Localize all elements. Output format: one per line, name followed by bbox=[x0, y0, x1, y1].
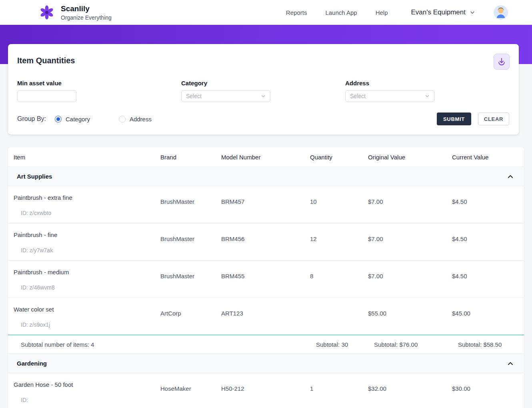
quantity-cell: 8 bbox=[310, 261, 368, 297]
chevron-down-icon bbox=[470, 10, 475, 15]
items-table: Item Brand Model Number Quantity Origina… bbox=[8, 147, 524, 408]
account-menu[interactable]: Evan's Equipment bbox=[411, 8, 476, 16]
category-label: Category bbox=[181, 80, 345, 86]
field-category: Category Select bbox=[181, 80, 345, 102]
brand-cell: BrushMaster bbox=[160, 261, 221, 297]
chevron-down-icon bbox=[425, 94, 430, 98]
table-body: Art SuppliesPaintbrush - extra fineID: z… bbox=[8, 167, 524, 408]
column-header-current-value: Current Value bbox=[452, 154, 514, 161]
table-row: Paintbrush - mediumID: z/46wvm8BrushMast… bbox=[8, 260, 524, 297]
table-row: Water color setID: z/s9ox1jArtCorpART123… bbox=[8, 297, 524, 335]
group-name: Art Supplies bbox=[17, 173, 52, 180]
subtotal-quantity: Subtotal: 30 bbox=[310, 341, 368, 348]
brand-cell: BrushMaster bbox=[160, 186, 221, 223]
brand-name: Scanlily bbox=[61, 4, 112, 13]
column-header-brand: Brand bbox=[160, 154, 221, 161]
item-cell: Water color setID: z/s9ox1j bbox=[14, 298, 160, 335]
table-header-row: Item Brand Model Number Quantity Origina… bbox=[8, 147, 524, 167]
subtotal-current-value: Subtotal: $58.50 bbox=[452, 341, 514, 348]
current-value-cell: $4.50 bbox=[452, 223, 514, 260]
item-cell: Paintbrush - mediumID: z/46wvm8 bbox=[14, 261, 160, 297]
current-value-cell: $30.00 bbox=[452, 373, 514, 408]
group-by-row: Group By: Category Address SUBMIT CLEAR bbox=[17, 113, 509, 125]
item-id: ID: bbox=[14, 397, 160, 403]
subtotal-row: Subtotal number of items: 4Subtotal: 30S… bbox=[8, 335, 524, 354]
item-cell: Paintbrush - fineID: z/y7w7ak bbox=[14, 223, 160, 260]
field-min-asset-value: Min asset value bbox=[17, 80, 181, 102]
current-value-cell: $45.00 bbox=[452, 298, 514, 335]
item-name: Paintbrush - fine bbox=[14, 231, 160, 238]
model-number-cell: H50-212 bbox=[221, 373, 310, 408]
group-name: Gardening bbox=[17, 360, 47, 367]
page-title: Item Quantities bbox=[17, 44, 509, 65]
radio-address-label: Address bbox=[130, 116, 152, 123]
original-value-cell: $7.00 bbox=[368, 223, 452, 260]
column-header-original-value: Original Value bbox=[368, 154, 452, 161]
column-header-quantity: Quantity bbox=[310, 154, 368, 161]
column-header-model-number: Model Number bbox=[221, 154, 310, 161]
scanlily-logo-icon bbox=[39, 5, 54, 20]
item-id: ID: z/s9ox1j bbox=[14, 322, 160, 328]
main-nav: Reports Launch App Help bbox=[286, 9, 388, 16]
group-by-label: Group By: bbox=[17, 115, 46, 123]
model-number-cell: BRM457 bbox=[221, 186, 310, 223]
download-icon bbox=[497, 57, 506, 66]
account-label: Evan's Equipment bbox=[411, 8, 466, 16]
address-select-placeholder: Select bbox=[350, 93, 366, 99]
filter-card: Item Quantities Min asset value Category… bbox=[8, 44, 519, 135]
model-number-cell: ART123 bbox=[221, 298, 310, 335]
nav-link-reports[interactable]: Reports bbox=[286, 9, 307, 16]
address-label: Address bbox=[345, 80, 509, 86]
clear-button[interactable]: CLEAR bbox=[478, 113, 509, 125]
quantity-cell: 10 bbox=[310, 186, 368, 223]
download-button[interactable] bbox=[494, 54, 510, 70]
table-row: Garden Hose - 50 footID:HoseMakerH50-212… bbox=[8, 373, 524, 408]
chevron-up-icon[interactable] bbox=[507, 173, 514, 180]
chevron-down-icon bbox=[261, 94, 266, 98]
min-asset-value-label: Min asset value bbox=[17, 80, 181, 86]
original-value-cell: $7.00 bbox=[368, 186, 452, 223]
item-name: Paintbrush - medium bbox=[14, 269, 160, 275]
model-number-cell: BRM456 bbox=[221, 223, 310, 260]
avatar[interactable] bbox=[494, 5, 508, 20]
item-name: Paintbrush - extra fine bbox=[14, 194, 160, 201]
nav-link-launch-app[interactable]: Launch App bbox=[325, 9, 357, 16]
item-name: Garden Hose - 50 foot bbox=[14, 381, 160, 388]
column-header-item: Item bbox=[14, 154, 160, 161]
radio-option-address[interactable]: Address bbox=[119, 116, 152, 123]
filter-fields-row: Min asset value Category Select Address … bbox=[17, 80, 509, 102]
current-value-cell: $4.50 bbox=[452, 261, 514, 297]
chevron-up-icon[interactable] bbox=[507, 360, 514, 367]
table-row: Paintbrush - fineID: z/y7w7akBrushMaster… bbox=[8, 223, 524, 260]
brand-cell: HoseMaker bbox=[160, 373, 221, 408]
group-row[interactable]: Gardening bbox=[8, 354, 524, 373]
item-cell: Paintbrush - extra fineID: z/cxwbto bbox=[14, 186, 160, 223]
brand-cell: ArtCorp bbox=[160, 298, 221, 335]
min-asset-value-input[interactable] bbox=[17, 90, 76, 102]
filter-buttons: SUBMIT CLEAR bbox=[437, 113, 509, 125]
submit-button[interactable]: SUBMIT bbox=[437, 113, 471, 125]
radio-category[interactable] bbox=[55, 116, 62, 123]
original-value-cell: $7.00 bbox=[368, 261, 452, 297]
nav-link-help[interactable]: Help bbox=[376, 9, 388, 16]
field-address: Address Select bbox=[345, 80, 509, 102]
item-id: ID: z/cxwbto bbox=[14, 210, 160, 216]
item-id: ID: z/y7w7ak bbox=[14, 247, 160, 253]
current-value-cell: $4.50 bbox=[452, 186, 514, 223]
group-row[interactable]: Art Supplies bbox=[8, 167, 524, 186]
category-select[interactable]: Select bbox=[181, 90, 270, 102]
quantity-cell bbox=[310, 298, 368, 335]
address-select[interactable]: Select bbox=[345, 90, 434, 102]
category-select-placeholder: Select bbox=[186, 93, 202, 99]
model-number-cell: BRM455 bbox=[221, 261, 310, 297]
brand-text: Scanlily Organize Everything bbox=[61, 4, 112, 21]
radio-category-label: Category bbox=[66, 116, 90, 123]
radio-option-category[interactable]: Category bbox=[55, 116, 90, 123]
radio-address[interactable] bbox=[119, 116, 126, 123]
subtotal-original-value: Subtotal: $76.00 bbox=[368, 341, 452, 348]
item-name: Water color set bbox=[14, 306, 160, 313]
brand-cell: BrushMaster bbox=[160, 223, 221, 260]
original-value-cell: $55.00 bbox=[368, 298, 452, 335]
subtotal-items: Subtotal number of items: 4 bbox=[14, 341, 310, 348]
item-cell: Garden Hose - 50 footID: bbox=[14, 373, 160, 408]
